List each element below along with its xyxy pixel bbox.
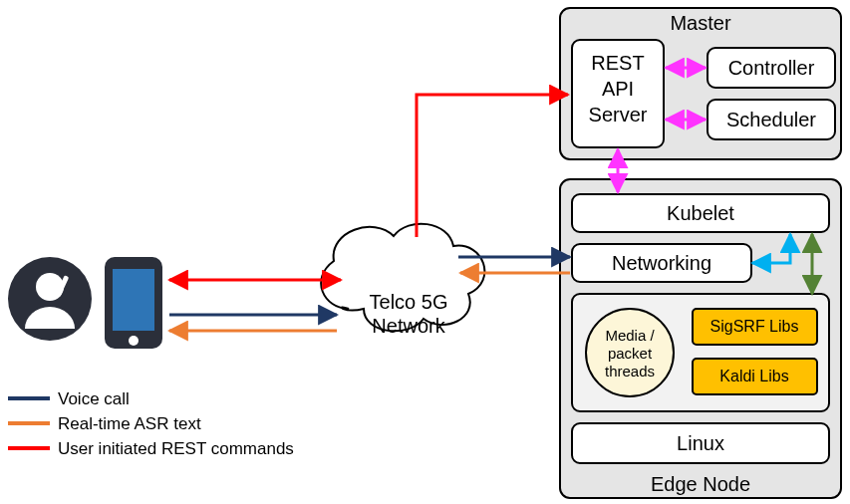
- cloud-label-2: Network: [372, 315, 445, 337]
- legend: Voice call Real-time ASR text User initi…: [8, 389, 294, 458]
- svg-point-5: [129, 336, 139, 346]
- svg-text:Telco 5G: Telco 5G: [370, 291, 448, 313]
- linux-label: Linux: [677, 432, 724, 454]
- architecture-diagram: Telco 5G Network Master REST API Server …: [0, 0, 850, 504]
- telco-5g-cloud: Telco 5G Network: [321, 224, 484, 337]
- scheduler-label: Scheduler: [726, 109, 816, 130]
- kubelet-label: Kubelet: [667, 202, 734, 224]
- rest-api-line2: API: [602, 78, 634, 100]
- media-line1: Media /: [605, 327, 655, 344]
- media-line2: packet: [608, 345, 653, 362]
- legend-real-time-asr: Real-time ASR text: [58, 414, 201, 433]
- legend-user-initiated: User initiated REST commands: [58, 439, 294, 458]
- cloud-label-1: Telco 5G: [370, 291, 448, 313]
- rest-api-line1: REST: [591, 52, 644, 74]
- controller-label: Controller: [728, 57, 815, 79]
- media-line3: threads: [605, 363, 655, 379]
- sigsrf-libs-label: SigSRF Libs: [710, 318, 799, 335]
- rest-api-line3: Server: [589, 104, 648, 126]
- kaldi-libs-label: Kaldi Libs: [719, 368, 788, 384]
- legend-voice-call: Voice call: [58, 389, 130, 408]
- arrow-red-cloud-rest: [417, 95, 568, 237]
- svg-text:Network: Network: [372, 315, 445, 337]
- user-icon: [8, 257, 92, 341]
- networking-label: Networking: [612, 252, 711, 274]
- phone-icon: [105, 257, 162, 349]
- svg-rect-4: [113, 269, 154, 331]
- master-title: Master: [670, 12, 730, 34]
- edge-node-title: Edge Node: [651, 473, 750, 495]
